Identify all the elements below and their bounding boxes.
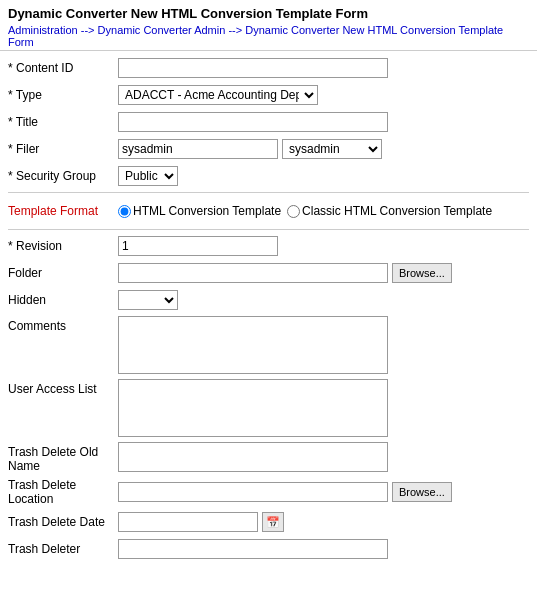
security-group-control: Public (118, 166, 529, 186)
breadcrumb-dynamic-converter-admin[interactable]: Dynamic Converter Admin --> (98, 24, 243, 36)
title-control (118, 112, 529, 132)
breadcrumb: Administration --> Dynamic Converter Adm… (8, 24, 529, 48)
hidden-label: Hidden (8, 293, 118, 307)
user-access-list-textarea[interactable] (118, 379, 388, 437)
trash-deleter-row: Trash Deleter (8, 538, 529, 560)
breadcrumb-admin[interactable]: Administration --> (8, 24, 95, 36)
filer-control: sysadmin (118, 139, 529, 159)
folder-row: Folder Browse... (8, 262, 529, 284)
comments-control (118, 316, 529, 374)
divider-2 (8, 229, 529, 230)
template-format-html-radio[interactable] (118, 205, 131, 218)
trash-delete-old-name-label: Trash Delete Old Name (8, 442, 118, 473)
trash-deleter-control (118, 539, 529, 559)
user-access-list-label: User Access List (8, 379, 118, 396)
title-input[interactable] (118, 112, 388, 132)
filer-select[interactable]: sysadmin (282, 139, 382, 159)
comments-row: Comments (8, 316, 529, 374)
title-label: * Title (8, 115, 118, 129)
security-group-row: * Security Group Public (8, 165, 529, 187)
content-id-row: * Content ID (8, 57, 529, 79)
trash-delete-location-control: Browse... (118, 482, 529, 502)
content-id-control (118, 58, 529, 78)
content-id-input[interactable] (118, 58, 388, 78)
trash-delete-date-calendar-button[interactable]: 📅 (262, 512, 284, 532)
filer-input-1[interactable] (118, 139, 278, 159)
trash-delete-date-control: 📅 (118, 512, 529, 532)
trash-delete-date-input[interactable] (118, 512, 258, 532)
form-container: * Content ID * Type ADACCT - Acme Accoun… (0, 51, 537, 571)
type-control: ADACCT - Acme Accounting Department (118, 85, 529, 105)
comments-textarea[interactable] (118, 316, 388, 374)
folder-input[interactable] (118, 263, 388, 283)
template-format-classic-radio[interactable] (287, 205, 300, 218)
trash-delete-location-label: Trash Delete Location (8, 478, 118, 506)
trash-delete-location-input[interactable] (118, 482, 388, 502)
hidden-select[interactable] (118, 290, 178, 310)
type-select[interactable]: ADACCT - Acme Accounting Department (118, 85, 318, 105)
security-group-label: * Security Group (8, 169, 118, 183)
trash-deleter-input[interactable] (118, 539, 388, 559)
trash-delete-date-label: Trash Delete Date (8, 515, 118, 529)
revision-input[interactable] (118, 236, 278, 256)
security-group-select[interactable]: Public (118, 166, 178, 186)
template-format-html-option: HTML Conversion Template (118, 204, 281, 218)
title-row: * Title (8, 111, 529, 133)
template-format-classic-label: Classic HTML Conversion Template (302, 204, 492, 218)
user-access-list-row: User Access List (8, 379, 529, 437)
template-format-classic-option: Classic HTML Conversion Template (287, 204, 492, 218)
user-access-list-control (118, 379, 529, 437)
comments-label: Comments (8, 316, 118, 333)
template-format-label: Template Format (8, 204, 118, 218)
revision-control (118, 236, 529, 256)
hidden-row: Hidden (8, 289, 529, 311)
trash-delete-location-row: Trash Delete Location Browse... (8, 478, 529, 506)
trash-delete-date-row: Trash Delete Date 📅 (8, 511, 529, 533)
page-title: Dynamic Converter New HTML Conversion Te… (8, 6, 529, 21)
folder-browse-button[interactable]: Browse... (392, 263, 452, 283)
type-row: * Type ADACCT - Acme Accounting Departme… (8, 84, 529, 106)
trash-delete-old-name-textarea[interactable] (118, 442, 388, 472)
filer-row: * Filer sysadmin (8, 138, 529, 160)
content-id-label: * Content ID (8, 61, 118, 75)
template-format-row: Template Format HTML Conversion Template… (8, 198, 529, 224)
trash-delete-old-name-control (118, 442, 529, 472)
hidden-control (118, 290, 529, 310)
trash-delete-location-browse-button[interactable]: Browse... (392, 482, 452, 502)
folder-label: Folder (8, 266, 118, 280)
filer-label: * Filer (8, 142, 118, 156)
trash-delete-old-name-row: Trash Delete Old Name (8, 442, 529, 473)
template-format-html-label: HTML Conversion Template (133, 204, 281, 218)
calendar-icon: 📅 (266, 516, 280, 529)
revision-label: * Revision (8, 239, 118, 253)
revision-row: * Revision (8, 235, 529, 257)
page-header: Dynamic Converter New HTML Conversion Te… (0, 0, 537, 51)
trash-deleter-label: Trash Deleter (8, 542, 118, 556)
template-format-radio-group: HTML Conversion Template Classic HTML Co… (118, 204, 492, 218)
divider-1 (8, 192, 529, 193)
type-label: * Type (8, 88, 118, 102)
folder-control: Browse... (118, 263, 529, 283)
